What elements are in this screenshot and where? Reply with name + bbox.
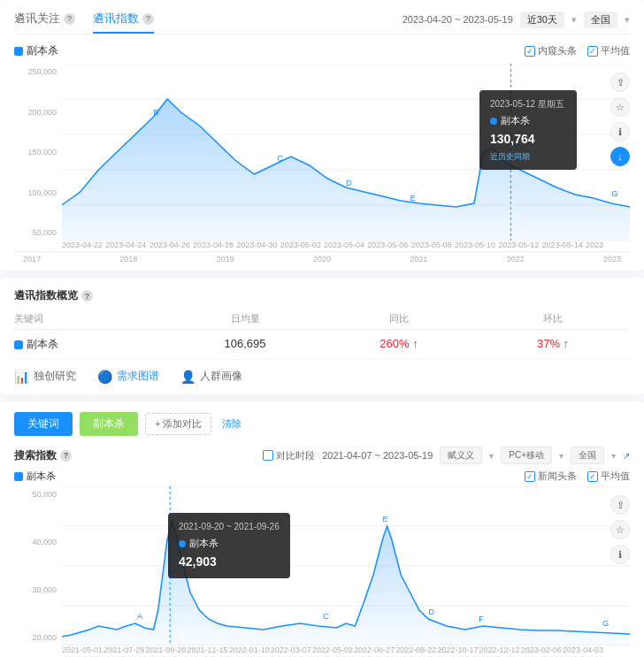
keywords-section: 关键词 副本杀 + 添加对比 清除 搜索指数 ? 对比时段 2021-04-07… xyxy=(0,401,644,657)
stats-section: 遴讯指数概览 ? 关键词 日均量 同比 环比 副本杀 106,695 260% xyxy=(0,278,644,394)
row-name: 副本杀 xyxy=(27,337,58,352)
checkbox-news[interactable]: 内窥头条 xyxy=(525,44,577,57)
stats-table-header: 关键词 日均量 同比 环比 xyxy=(14,312,630,330)
kw-clear-button[interactable]: 清除 xyxy=(222,417,242,431)
chart-icon: 📊 xyxy=(14,370,29,384)
compare-cb-box[interactable] xyxy=(263,450,273,461)
keywords-tabs: 关键词 副本杀 + 添加对比 清除 xyxy=(14,412,630,436)
search-cb-news[interactable]: 新闻头条 xyxy=(525,470,577,483)
search-share-icon[interactable]: ⇪ xyxy=(610,495,630,515)
tab-index[interactable]: 遴讯指数 ? xyxy=(93,11,154,34)
search-side-icons: ⇪ ☆ ℹ xyxy=(610,495,630,564)
svg-text:C: C xyxy=(277,154,283,163)
person-icon: 👤 xyxy=(180,370,196,384)
search-date-range: 2021-04-07 ~ 2023-05-19 xyxy=(322,450,433,461)
checkbox-avg[interactable]: 平均值 xyxy=(587,44,630,57)
svg-text:F: F xyxy=(479,615,484,623)
search-x-axis: 2021-05-01 2021-07-29 2021-09-20 2021-11… xyxy=(62,646,603,654)
search-legend-dot xyxy=(14,472,23,481)
search-chart-container: A C D E F G 2021-09-20 ~ 2021-09-26 副本杀 xyxy=(62,486,630,646)
svg-text:D: D xyxy=(346,179,352,187)
legend-dot xyxy=(14,47,23,56)
top-x-axis: 2023-04-22 2023-04-24 2023-04-26 2023-04… xyxy=(62,241,603,249)
svg-text:G: G xyxy=(611,189,617,198)
stats-title-text: 遴讯指数概览 xyxy=(14,288,78,303)
search-chart-options: 新闻头条 平均值 xyxy=(525,470,630,483)
search-legend-row: 副本杀 新闻头条 平均值 xyxy=(14,470,630,483)
share-icon[interactable]: ⇪ xyxy=(610,73,630,92)
tab-attention[interactable]: 遴讯关注 ? xyxy=(14,11,75,34)
ctrl-pill-region[interactable]: 全国 xyxy=(571,447,604,464)
top-chart-svg: B C D E G xyxy=(62,64,630,241)
top-chart-container: B C D E G 2023-05-12 星期五 副本杀 130,764 近历史… xyxy=(62,64,630,241)
search-y-axis: 50,000 40,000 30,000 20,000 xyxy=(14,486,57,646)
kw-add-button[interactable]: + 添加对比 xyxy=(145,413,211,435)
search-index-section: 搜索指数 ? 对比时段 2021-04-07 ~ 2023-05-19 赋义义 … xyxy=(14,447,630,657)
svg-text:A: A xyxy=(137,612,143,621)
date-range-text: 2023-04-20 ~ 2023-05-19 xyxy=(402,14,513,25)
search-chart-svg: A C D E F G xyxy=(62,486,630,646)
stats-info-icon[interactable]: ? xyxy=(81,290,93,302)
star-icon[interactable]: ☆ xyxy=(610,97,630,117)
search-star-icon[interactable]: ☆ xyxy=(610,520,630,539)
kw-tab-fubensha[interactable]: 副本杀 xyxy=(80,412,138,436)
search-legend-label: 副本杀 xyxy=(27,470,56,483)
stats-table-row: 副本杀 106,695 260% ↑ 37% ↑ xyxy=(14,330,630,360)
y-axis: 250,000 200,000 150,000 100,000 50,000 xyxy=(14,64,57,241)
main-tabs: 遴讯关注 ? 遴讯指数 ? 2023-04-20 ~ 2023-05-19 近3… xyxy=(14,11,630,34)
ctrl-pill-custom[interactable]: 赋义义 xyxy=(440,447,482,464)
search-legend: 副本杀 xyxy=(14,470,56,483)
ctrl-pill-pcmobile[interactable]: PC+移动 xyxy=(501,447,552,464)
svg-text:C: C xyxy=(323,612,329,621)
subnav-persona[interactable]: 👤 人群画像 xyxy=(180,369,242,384)
compare-checkbox[interactable]: 对比时段 xyxy=(263,449,315,462)
side-icons: ⇪ ☆ ℹ ↓ xyxy=(610,73,630,166)
kw-tab-keyword[interactable]: 关键词 xyxy=(14,412,73,436)
row-daily: 106,695 xyxy=(168,337,322,352)
stats-table: 关键词 日均量 同比 环比 副本杀 106,695 260% ↑ 37% ↑ xyxy=(14,312,630,360)
subnav-research[interactable]: 📊 独创研究 xyxy=(14,369,76,384)
search-info-btn-icon[interactable]: ℹ xyxy=(610,545,630,564)
search-cb-avg[interactable]: 平均值 xyxy=(587,470,630,483)
cb-avg-box[interactable] xyxy=(587,46,598,57)
demand-icon: 🔵 xyxy=(97,370,112,384)
region-pill[interactable]: 全国 xyxy=(584,11,617,28)
search-cb-news-box[interactable] xyxy=(525,471,535,482)
chart-options: 内窥头条 平均值 xyxy=(525,44,630,57)
svg-text:E: E xyxy=(382,515,387,523)
row-legend-dot xyxy=(14,340,23,349)
period-pill[interactable]: 近30天 xyxy=(520,11,564,28)
svg-text:G: G xyxy=(602,619,609,628)
index-info-icon[interactable]: ? xyxy=(142,13,154,25)
svg-text:D: D xyxy=(428,607,434,616)
chart-legend: 副本杀 xyxy=(14,43,58,58)
subnav-demand[interactable]: 🔵 需求图谱 xyxy=(97,369,159,384)
download-icon[interactable]: ↓ xyxy=(610,147,630,166)
legend-label: 副本杀 xyxy=(27,43,58,58)
info-circle-icon[interactable]: ℹ xyxy=(610,122,630,141)
svg-text:B: B xyxy=(154,108,159,117)
row-mom: 37% ↑ xyxy=(476,337,630,352)
search-controls: 对比时段 2021-04-07 ~ 2023-05-19 赋义义 ▾ PC+移动… xyxy=(263,447,630,464)
search-info-icon[interactable]: ? xyxy=(60,450,72,462)
search-cb-avg-box[interactable] xyxy=(587,471,598,482)
export-link[interactable]: ↗ xyxy=(623,451,630,461)
sub-nav: 📊 独创研究 🔵 需求图谱 👤 人群画像 xyxy=(14,360,630,384)
cb-news-box[interactable] xyxy=(525,46,535,57)
attention-info-icon[interactable]: ? xyxy=(64,13,75,25)
top-year-axis: 2017 2018 2019 2020 2021 2022 2023 xyxy=(14,251,630,264)
svg-text:E: E xyxy=(410,194,415,202)
row-yoy: 260% ↑ xyxy=(322,337,476,352)
search-index-title: 搜索指数 xyxy=(14,448,57,463)
